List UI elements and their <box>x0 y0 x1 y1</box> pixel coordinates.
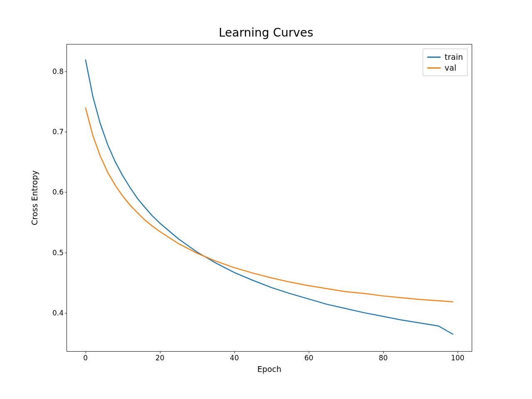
y-tick-label: 0.6 <box>52 188 64 196</box>
legend-swatch-train <box>427 57 441 58</box>
y-tick-label: 0.8 <box>52 67 64 76</box>
line-plot-svg <box>67 44 472 351</box>
legend-label-train: train <box>445 52 463 62</box>
figure: Learning Curves train val Epoch Cross En… <box>0 0 532 399</box>
series-line-val <box>86 108 453 302</box>
y-tick-label: 0.5 <box>52 249 64 257</box>
legend-swatch-val <box>427 67 441 69</box>
x-tick-label: 80 <box>379 354 388 362</box>
legend-entry-train: train <box>427 52 463 62</box>
y-tick-mark <box>65 313 67 313</box>
x-tick-mark <box>160 351 160 353</box>
y-tick-label: 0.7 <box>52 128 64 136</box>
y-tick-mark <box>65 253 67 253</box>
x-tick-mark <box>234 351 235 353</box>
legend-label-val: val <box>445 63 456 72</box>
x-axis-label: Epoch <box>257 365 281 374</box>
x-tick-label: 40 <box>230 354 239 362</box>
y-tick-mark <box>65 71 67 72</box>
y-tick-mark <box>65 192 67 192</box>
x-tick-mark <box>383 351 384 353</box>
x-tick-label: 60 <box>304 354 313 362</box>
plot-area: train val Epoch Cross Entropy 0204060801… <box>66 44 472 352</box>
y-tick-mark <box>65 132 67 132</box>
x-tick-label: 0 <box>83 354 88 362</box>
x-tick-label: 100 <box>451 354 464 362</box>
x-tick-label: 20 <box>155 354 165 362</box>
x-tick-mark <box>86 351 86 353</box>
legend: train val <box>423 49 468 76</box>
chart-title: Learning Curves <box>0 26 532 39</box>
x-tick-mark <box>458 351 458 353</box>
x-tick-mark <box>309 351 309 353</box>
legend-entry-val: val <box>427 62 463 73</box>
y-tick-label: 0.4 <box>52 309 64 317</box>
series-line-train <box>86 59 453 334</box>
y-axis-label: Cross Entropy <box>30 170 39 225</box>
